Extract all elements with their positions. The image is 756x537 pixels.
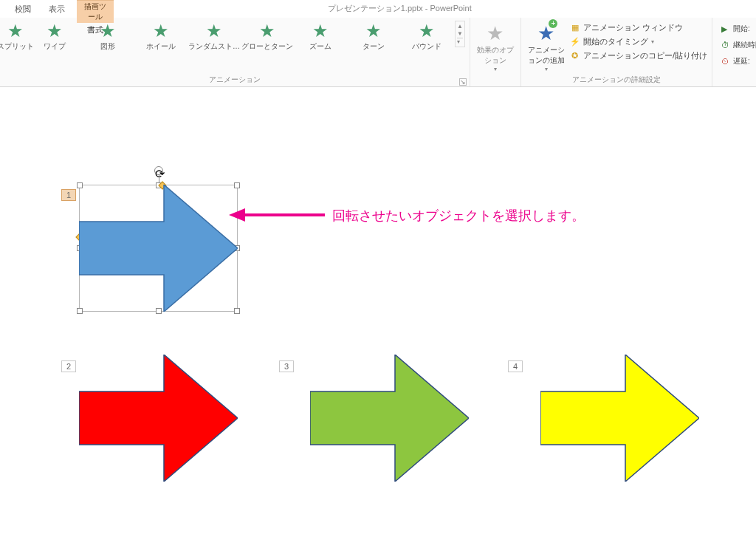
svg-marker-5 bbox=[540, 355, 699, 482]
callout-text: 回転させたいオブジェクトを選択します。 bbox=[332, 207, 585, 225]
anim-wheel[interactable]: ★ホイール bbox=[136, 21, 186, 52]
rotation-handle[interactable]: ⟳ bbox=[154, 166, 163, 175]
animation-tag-1[interactable]: 1 bbox=[61, 189, 76, 201]
trigger-button[interactable]: ⚡開始のタイミング▾ bbox=[570, 36, 707, 47]
animation-gallery[interactable]: ★スプリット ★ワイプ ★図形 ★ホイール ★ランダムスト… ★グローとターン … bbox=[0, 18, 470, 75]
effect-options-button: ★ 効果のオプション ▾ bbox=[475, 21, 516, 72]
tab-view[interactable]: 表示 bbox=[46, 1, 68, 17]
chevron-down-icon: ▾ bbox=[494, 66, 497, 72]
callout-arrow bbox=[229, 204, 325, 226]
more-bar-icon: ▾ bbox=[457, 38, 463, 45]
star-plus-icon: ★+ bbox=[537, 22, 554, 45]
animation-tag-4[interactable]: 4 bbox=[508, 360, 523, 372]
star-icon: ★ bbox=[259, 22, 275, 40]
svg-marker-4 bbox=[310, 355, 469, 482]
star-icon: ★ bbox=[419, 22, 435, 40]
anim-bounce[interactable]: ★バウンド bbox=[402, 21, 452, 52]
group-label-animations: アニメーション ↘ bbox=[0, 75, 470, 86]
window-title: プレゼンテーション1.pptx - PowerPoint bbox=[328, 3, 472, 14]
delay-row: ⏲ 遅延: ▴▾ bbox=[721, 55, 756, 68]
lightning-icon: ⚡ bbox=[570, 37, 580, 47]
clock-icon: ⏱ bbox=[721, 41, 730, 49]
pane-icon: ▦ bbox=[570, 23, 580, 33]
group-animations: ★スプリット ★ワイプ ★図形 ★ホイール ★ランダムスト… ★グローとターン … bbox=[0, 18, 470, 86]
anim-glowturn[interactable]: ★グローとターン bbox=[242, 21, 292, 52]
svg-marker-3 bbox=[79, 355, 238, 482]
context-label: 描画ツール bbox=[77, 0, 114, 23]
anim-random[interactable]: ★ランダムスト… bbox=[189, 21, 239, 52]
slide-canvas[interactable]: 1 ⟳ 回転させたいオブジェクトを選択します。 2 3 4 bbox=[0, 87, 756, 537]
ribbon-tabstrip: 校閲 表示 bbox=[0, 1, 68, 17]
animation-painter-button[interactable]: ✪アニメーションのコピー/貼り付け bbox=[570, 50, 707, 61]
timing-controls: ▶ 開始: クリック時 ⏱ 継続時間: ▴▾ ⏲ 遅延: ▴▾ bbox=[717, 21, 756, 68]
title-bar: 校閲 表示 描画ツール 書式 プレゼンテーション1.pptx - PowerPo… bbox=[0, 0, 756, 18]
anim-wipe[interactable]: ★ワイプ bbox=[30, 21, 80, 52]
chevron-down-icon: ▾ bbox=[545, 66, 548, 72]
start-row: ▶ 開始: クリック時 bbox=[721, 22, 756, 35]
group-label-timing: タイミング bbox=[712, 75, 756, 86]
advanced-list: ▦アニメーション ウィンドウ ⚡開始のタイミング▾ ✪アニメーションのコピー/貼… bbox=[570, 21, 707, 61]
painter-icon: ✪ bbox=[570, 51, 580, 61]
clock-icon: ⏲ bbox=[721, 57, 730, 66]
dialog-launcher-icon[interactable]: ↘ bbox=[459, 78, 467, 86]
star-icon: ★ bbox=[312, 22, 329, 40]
contextual-tab-drawing-tools: 描画ツール 書式 bbox=[77, 0, 114, 37]
animation-tag-2[interactable]: 2 bbox=[61, 360, 76, 372]
group-effect-options: ★ 効果のオプション ▾ bbox=[470, 18, 521, 86]
anim-split[interactable]: ★スプリット bbox=[4, 21, 27, 52]
gallery-more-button[interactable]: ▲ ▼ ▾ bbox=[455, 21, 465, 47]
chevron-down-icon: ▾ bbox=[651, 38, 654, 45]
chevron-down-icon: ▼ bbox=[457, 30, 463, 37]
anim-zoom[interactable]: ★ズーム bbox=[295, 21, 346, 52]
duration-row: ⏱ 継続時間: ▴▾ bbox=[721, 38, 756, 52]
group-label-advanced: アニメーションの詳細設定 bbox=[521, 75, 712, 86]
add-animation-button[interactable]: ★+ アニメーションの追加 ▾ bbox=[526, 21, 567, 72]
anim-turn[interactable]: ★ターン bbox=[348, 21, 399, 52]
chevron-up-icon: ▲ bbox=[457, 23, 463, 30]
animation-tag-3[interactable]: 3 bbox=[279, 360, 294, 372]
tab-review[interactable]: 校閲 bbox=[12, 1, 34, 17]
play-icon: ▶ bbox=[721, 24, 730, 34]
arrow-shape-yellow[interactable] bbox=[540, 355, 699, 482]
star-icon: ★ bbox=[153, 22, 169, 40]
tab-format[interactable]: 書式 bbox=[77, 23, 114, 37]
star-icon: ★ bbox=[7, 22, 24, 40]
animation-pane-button[interactable]: ▦アニメーション ウィンドウ bbox=[570, 22, 707, 33]
arrow-shape-green[interactable] bbox=[310, 355, 469, 482]
arrow-shape-red[interactable] bbox=[79, 355, 238, 482]
star-icon: ★ bbox=[487, 22, 504, 45]
group-advanced-animation: ★+ アニメーションの追加 ▾ ▦アニメーション ウィンドウ ⚡開始のタイミング… bbox=[521, 18, 712, 86]
svg-marker-2 bbox=[229, 208, 245, 222]
star-icon: ★ bbox=[365, 22, 382, 40]
star-icon: ★ bbox=[47, 22, 63, 40]
arrow-shape-blue[interactable] bbox=[79, 185, 238, 312]
star-icon: ★ bbox=[206, 22, 222, 40]
group-timing: ▶ 開始: クリック時 ⏱ 継続時間: ▴▾ ⏲ 遅延: ▴▾ bbox=[712, 18, 756, 86]
svg-marker-0 bbox=[79, 185, 238, 312]
